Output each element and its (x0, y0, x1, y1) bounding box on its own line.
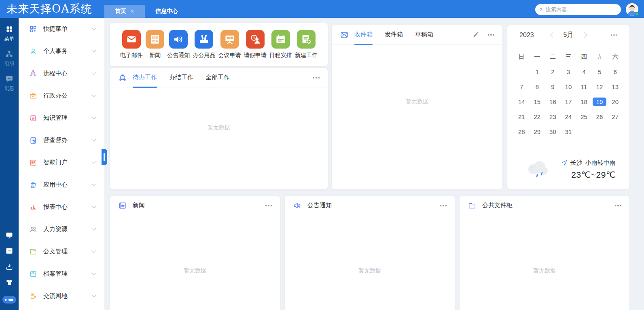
calendar-day[interactable]: 12 (592, 79, 608, 94)
calendar-day[interactable]: 29 (530, 124, 545, 139)
calendar-day[interactable]: 13 (607, 79, 623, 94)
sidebar-item-label: 智能门户 (43, 159, 92, 166)
tab-info-center[interactable]: 信息中心 (145, 5, 189, 18)
chevron-down-icon (91, 115, 96, 119)
search-box[interactable] (535, 4, 621, 15)
sidebar-item-personal-affairs[interactable]: 个人事务 (19, 40, 104, 62)
tab-todo-work[interactable]: 待办工作 (133, 68, 157, 87)
avatar[interactable] (626, 3, 638, 16)
calendar-day[interactable]: 5 (592, 64, 608, 79)
sidebar-item-label: 流程中心 (43, 70, 92, 77)
quick-app-announcement[interactable]: 公告通知 (167, 30, 190, 59)
calendar-day[interactable]: 15 (530, 94, 545, 109)
more-menu-icon[interactable] (615, 205, 622, 206)
search-input[interactable] (546, 6, 617, 13)
calendar-day[interactable]: 14 (514, 94, 530, 109)
theme-shirt-icon[interactable] (5, 278, 13, 287)
rail-item-menu[interactable]: 菜单 (4, 25, 14, 42)
monitor-icon[interactable] (5, 231, 13, 239)
card-title: 公告通知 (307, 202, 332, 209)
quick-app-supplies[interactable]: 办公用品 (193, 30, 215, 59)
calendar-day[interactable]: 8 (530, 79, 545, 94)
calendar-day[interactable]: 26 (592, 109, 608, 124)
calendar-day[interactable]: 11 (576, 79, 592, 94)
more-menu-icon[interactable] (313, 77, 320, 79)
calendar-day[interactable]: 28 (514, 124, 530, 139)
announcement-card: 公告通知 暂无数据 (285, 196, 455, 310)
sidebar-item-archive-mgmt[interactable]: 档案管理 (19, 263, 104, 285)
sidebar-item-exchange-forum[interactable]: 交流园地 (19, 285, 104, 307)
more-menu-icon[interactable] (265, 205, 272, 206)
quick-app-schedule[interactable]: 日程安排 (269, 30, 292, 59)
weather-city: 长沙 (570, 159, 583, 167)
news-card-header: 新闻 (110, 196, 280, 215)
calendar-day[interactable]: 7 (514, 79, 530, 94)
calendar-day[interactable]: 19 (592, 94, 608, 109)
calendar-day[interactable]: 30 (545, 124, 561, 139)
empty-state: 暂无数据 (285, 215, 455, 274)
calendar-day[interactable]: 2 (545, 64, 561, 79)
sidebar-item-process-center[interactable]: 流程中心 (19, 62, 104, 85)
calendar-day[interactable]: 31 (561, 124, 576, 139)
calendar-body: 日一二三四五六 12345678910111213141516171819202… (507, 45, 629, 139)
more-menu-icon[interactable] (440, 205, 447, 206)
calendar-day[interactable]: 3 (561, 64, 576, 79)
notebook-icon (29, 114, 37, 122)
tab-home[interactable]: 首页 ✕ (104, 5, 145, 18)
tab-all-work[interactable]: 全部工作 (205, 68, 230, 87)
more-menu-icon[interactable] (611, 34, 618, 36)
calendar-day[interactable]: 27 (607, 109, 623, 124)
tab-drafts[interactable]: 草稿箱 (415, 25, 433, 45)
quick-app-email[interactable]: 电子邮件 (120, 30, 143, 59)
empty-state: 暂无数据 (110, 215, 280, 274)
compose-pencil-icon[interactable] (472, 32, 479, 38)
sidebar-item-knowledge-mgmt[interactable]: 知识管理 (19, 107, 104, 129)
calendar-day[interactable]: 6 (607, 64, 623, 79)
calendar-day[interactable]: 20 (607, 94, 623, 109)
rail-item-organization[interactable]: 组织 (4, 50, 14, 67)
tab-outbox[interactable]: 发件箱 (385, 25, 403, 45)
calendar-day[interactable]: 16 (545, 94, 561, 109)
tab-done-work[interactable]: 办结工作 (169, 68, 193, 87)
work-card-header: 待办工作 办结工作 全部工作 (110, 68, 328, 87)
calendar-day[interactable]: 17 (561, 94, 576, 109)
quick-app-leave[interactable]: 请假申请 (244, 30, 267, 59)
weather-widget: 长沙 小雨转中雨 23℃~29℃ (507, 159, 629, 180)
sidebar-item-hr[interactable]: 人力资源 (19, 218, 104, 240)
sidebar-item-report-center[interactable]: 报表中心 (19, 196, 104, 218)
prev-month-icon[interactable] (550, 32, 555, 38)
calendar-day[interactable]: 25 (576, 109, 592, 124)
calendar-day[interactable]: 18 (576, 94, 592, 109)
sidebar-item-admin-office[interactable]: 行政办公 (19, 85, 104, 107)
sidebar-item-quick-menu[interactable]: 快捷菜单 (19, 18, 104, 40)
tab-inbox[interactable]: 收件箱 (354, 25, 373, 45)
download-icon[interactable] (5, 263, 13, 271)
sidebar-item-smart-portal[interactable]: 智能门户 (19, 151, 104, 174)
sidebar-item-supervision[interactable]: 督查督办 (19, 129, 104, 151)
next-month-icon[interactable] (582, 32, 587, 38)
calendar-day[interactable]: 23 (545, 109, 561, 124)
chevron-down-icon (91, 25, 96, 30)
calendar-day[interactable]: 22 (530, 109, 545, 124)
quick-app-news[interactable]: 新闻 NEW 新闻 (146, 30, 164, 59)
calendar-day[interactable]: 4 (576, 64, 592, 79)
process-nodes-icon (29, 70, 37, 78)
chevron-down-icon (91, 181, 96, 186)
calendar-day[interactable]: 24 (561, 109, 576, 124)
rail-item-messages[interactable]: 消息 (4, 74, 14, 92)
calendar-day[interactable]: 9 (545, 79, 561, 94)
more-menu-icon[interactable] (488, 34, 495, 36)
mail-card-header: 收件箱 发件箱 草稿箱 (332, 25, 502, 45)
sidebar-item-label: 报表中心 (43, 203, 92, 211)
collapse-toggle[interactable] (2, 296, 16, 304)
quick-app-meeting[interactable]: 会议申请 (218, 30, 241, 59)
calendar-day[interactable]: 10 (561, 79, 576, 94)
card-note-icon[interactable] (5, 247, 13, 255)
sidebar-item-document-mgmt[interactable]: 公文管理 (19, 240, 104, 263)
search-icon (539, 6, 543, 13)
quick-app-new-work[interactable]: 新建工作 (295, 30, 318, 59)
close-icon[interactable]: ✕ (130, 8, 134, 14)
calendar-day[interactable]: 1 (530, 64, 545, 79)
sidebar-item-app-center[interactable]: 应用中心 (19, 174, 104, 196)
calendar-day[interactable]: 21 (514, 109, 530, 124)
